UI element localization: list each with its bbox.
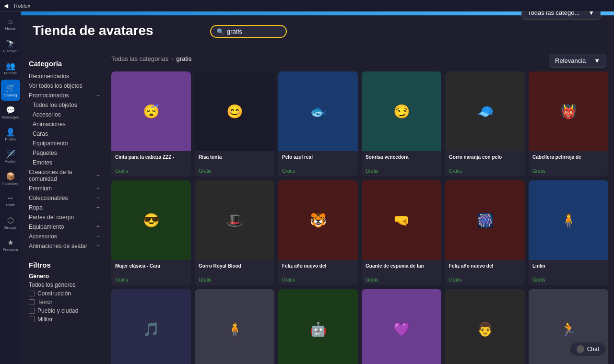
- sidebar-item-profile[interactable]: 👤Profile: [1, 124, 20, 145]
- product-card[interactable]: 🤜 Guante de espuma de fan Gratis: [362, 180, 441, 285]
- product-name: Sonrisa vencedora: [366, 154, 437, 167]
- sidebar-item-groups[interactable]: ⬡Groups: [1, 212, 20, 233]
- sidebar-item-catalog[interactable]: 🛒Catalog: [1, 80, 20, 101]
- inventory-icon: 📦: [6, 172, 15, 181]
- product-card[interactable]: 🧢 Gorro naranja con pelo Gratis: [445, 71, 525, 176]
- product-card[interactable]: 😊 Risa tonta Gratis: [195, 71, 274, 176]
- product-price: Gratis: [366, 168, 437, 174]
- gender-all[interactable]: Todos los géneros: [29, 282, 100, 288]
- product-image: 🐯: [278, 180, 358, 260]
- product-name: Gorro naranja con pelo: [449, 154, 521, 167]
- plus-icon-body: +: [96, 214, 100, 221]
- sidebar-item-body-parts[interactable]: Partes del cuerpo +: [29, 212, 100, 222]
- category-dropdown[interactable]: Todas las catego... ▼: [521, 12, 601, 20]
- sidebar-item-promoted[interactable]: Promocionados −: [29, 91, 100, 100]
- product-card[interactable]: 🎩 Gorro Royal Blood Gratis: [195, 180, 274, 285]
- sidebar-item-clothes[interactable]: Ropa +: [29, 203, 100, 212]
- product-image: 🐟: [278, 71, 358, 151]
- sidebar-item-collectibles[interactable]: Coleccionables +: [29, 193, 100, 203]
- checkbox-construccion-box[interactable]: [29, 291, 35, 296]
- sidebar-item-emotes[interactable]: Emotes: [29, 158, 100, 167]
- product-image: 😴: [111, 71, 191, 151]
- checkbox-terror[interactable]: Terror: [29, 298, 100, 306]
- product-emoji: 👨: [477, 321, 494, 337]
- sidebar-item-accessories[interactable]: Accesorios: [29, 110, 100, 119]
- product-card[interactable]: 😏 Sonrisa vencedora Gratis: [362, 71, 441, 176]
- product-price: Gratis: [115, 168, 187, 174]
- sidebar-item-faces[interactable]: Caras: [29, 129, 100, 139]
- sidebar-item-all-objects-sub[interactable]: Todos los objetos: [29, 100, 100, 110]
- product-card[interactable]: 😴 Cinta para la cabeza ZZZ - Gratis: [111, 71, 191, 176]
- sidebar-item-animations[interactable]: Animaciones: [29, 119, 100, 129]
- product-card[interactable]: 🐯 Feliz año nuevo del Gratis: [278, 180, 358, 285]
- checkbox-militar-box[interactable]: [29, 317, 35, 322]
- search-container: 🔍 gratis: [210, 25, 287, 38]
- discover-icon: 🔭: [6, 39, 15, 48]
- product-card[interactable]: 🎵 Disco Poster Girl - Zara Gratis: [111, 289, 191, 364]
- product-emoji: 👹: [560, 104, 577, 119]
- sidebar-item-accessories2[interactable]: Accesorios +: [29, 232, 100, 241]
- sidebar-item-equipment2[interactable]: Equipamiento +: [29, 222, 100, 232]
- product-image: 👹: [529, 71, 608, 151]
- product-emoji: 🎆: [477, 212, 494, 228]
- plus-icon-collectibles: +: [96, 195, 100, 201]
- window-title: Roblox: [14, 3, 30, 9]
- sidebar-item-recommended[interactable]: Recomendados: [29, 71, 100, 81]
- product-price: Gratis: [532, 168, 604, 174]
- product-name: Pelo azul real: [282, 154, 354, 167]
- product-emoji: 😎: [143, 212, 160, 228]
- product-card[interactable]: 🎆 Feliz año nuevo del Gratis: [445, 180, 525, 285]
- checkbox-pueblo-box[interactable]: [29, 308, 35, 314]
- product-card[interactable]: 🤖 Robobasura Gratis: [278, 289, 358, 364]
- product-image: 🤜: [362, 180, 441, 260]
- breadcrumb-home[interactable]: Todas las categorías: [111, 55, 168, 62]
- breadcrumb-chevron: ›: [171, 55, 173, 62]
- sidebar-item-all-objects[interactable]: Ver todos los objetos: [29, 81, 100, 91]
- product-card[interactable]: 👨 Daniel Gratis: [445, 289, 525, 364]
- checkbox-militar[interactable]: Militar: [29, 315, 100, 324]
- product-price: Gratis: [199, 168, 271, 174]
- product-info: Sonrisa vencedora Gratis: [362, 151, 441, 176]
- minus-icon: −: [96, 92, 100, 99]
- sidebar-item-home[interactable]: ⌂Home: [1, 13, 20, 35]
- sidebar-item-inventory[interactable]: 📦Inventory: [1, 168, 20, 189]
- plus-icon-equip2: +: [96, 223, 100, 230]
- sidebar-item-friends[interactable]: 👥Friends: [1, 58, 20, 79]
- filters-title: Filtros: [29, 261, 100, 269]
- sidebar-divider: [29, 255, 100, 255]
- product-image: 💜: [362, 289, 441, 364]
- product-card[interactable]: 🧍 Linlin Gratis: [529, 180, 608, 285]
- sidebar-item-trade[interactable]: ↔Trade: [1, 190, 20, 211]
- sidebar-item-equipment[interactable]: Equipamiento: [29, 139, 100, 148]
- product-card[interactable]: 🐟 Pelo azul real Gratis: [278, 71, 358, 176]
- chat-button[interactable]: Chat: [569, 342, 606, 356]
- sidebar-item-paquetes[interactable]: Paquetes: [29, 148, 100, 158]
- messages-icon: 💬: [6, 106, 15, 115]
- sidebar-item-avatar[interactable]: 🪡Avatar: [1, 146, 20, 167]
- breadcrumb: Todas las categorías › gratis: [111, 55, 191, 66]
- checkbox-pueblo[interactable]: Pueblo y ciudad: [29, 306, 100, 315]
- sidebar-item-messages[interactable]: 💬Messages: [1, 102, 20, 123]
- product-name: Cinta para la cabeza ZZZ -: [115, 154, 187, 167]
- checkbox-terror-box[interactable]: [29, 299, 35, 305]
- checkbox-construccion[interactable]: Construcción: [29, 289, 100, 298]
- sidebar-item-premium[interactable]: ★Premium: [1, 234, 20, 255]
- sort-dropdown[interactable]: Relevancia ▼: [549, 54, 606, 68]
- search-box[interactable]: 🔍 gratis: [210, 25, 287, 38]
- product-card[interactable]: 💜 Recogido lavanda Gratis: [362, 289, 441, 364]
- product-emoji: 🐯: [310, 212, 327, 228]
- back-button[interactable]: ◀: [4, 2, 8, 9]
- product-emoji: 🤜: [393, 212, 410, 228]
- product-area: Todas las categorías › gratis Relevancia…: [107, 54, 614, 364]
- product-card[interactable]: 👹 Cabellera pelirroja de Gratis: [529, 71, 608, 176]
- sidebar-item-community[interactable]: Creaciones de la comunidad +: [29, 167, 100, 184]
- product-card[interactable]: 😎 Mujer clásica - Cara Gratis: [111, 180, 191, 285]
- product-name: Guante de espuma de fan: [366, 263, 437, 276]
- plus-icon-premium: +: [96, 185, 100, 192]
- product-price: Gratis: [532, 277, 604, 282]
- sidebar-item-premium[interactable]: Premium +: [29, 184, 100, 193]
- sidebar-item-discover[interactable]: 🔭Discover: [1, 35, 20, 57]
- chat-label: Chat: [587, 346, 599, 352]
- product-card[interactable]: 🧍 Aplauso Gratis: [195, 289, 274, 364]
- sidebar-item-avatar-animations[interactable]: Animaciones de avatar +: [29, 241, 100, 251]
